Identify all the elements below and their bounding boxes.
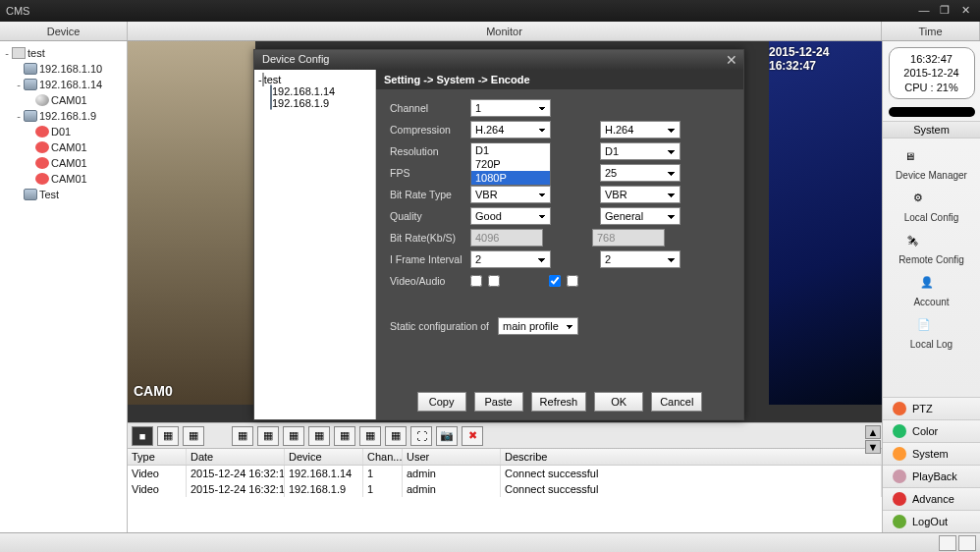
compression-main-select[interactable]: H.264 bbox=[470, 121, 551, 138]
tree-node[interactable]: CAM01 bbox=[2, 92, 125, 108]
tree-node[interactable]: -192.168.1.14 bbox=[2, 77, 125, 92]
static-profile-select[interactable]: main profile bbox=[498, 317, 578, 335]
label-quality: Quality bbox=[390, 210, 470, 222]
menu-ptz[interactable]: PTZ bbox=[883, 397, 980, 419]
layout-4-button[interactable]: ▦ bbox=[232, 426, 253, 446]
minimize-button[interactable]: — bbox=[915, 4, 933, 18]
col-describe[interactable]: Describe bbox=[501, 449, 882, 465]
tree-node[interactable]: -192.168.1.9 bbox=[2, 108, 125, 124]
quality-sub-select[interactable]: General bbox=[600, 207, 681, 225]
arrow-down-icon[interactable]: ▼ bbox=[865, 440, 881, 454]
refresh-button[interactable]: Refresh bbox=[531, 392, 587, 412]
compression-sub-select[interactable]: H.264 bbox=[600, 121, 681, 138]
side-tool-local-config[interactable]: ⚙Local Config bbox=[904, 181, 959, 223]
log-row[interactable]: Video2015-12-24 16:32:10192.168.1.91admi… bbox=[128, 481, 882, 497]
dialog-tree-node[interactable]: 192.168.1.9 bbox=[258, 97, 371, 109]
fullscreen-button[interactable]: ⛶ bbox=[410, 426, 432, 446]
resolution-option[interactable]: D1 bbox=[471, 143, 550, 157]
dialog-device-tree[interactable]: -test192.168.1.14192.168.1.9 bbox=[254, 70, 376, 419]
copy-button[interactable]: Copy bbox=[417, 392, 466, 412]
layout-9-button[interactable]: ▦ bbox=[308, 426, 330, 446]
video-feed-1[interactable]: CAM0 bbox=[128, 41, 255, 405]
label-channel: Channel bbox=[390, 102, 470, 114]
menu-icon bbox=[893, 447, 906, 461]
log-row[interactable]: Video2015-12-24 16:32:12192.168.1.141adm… bbox=[128, 466, 882, 481]
side-tool-account[interactable]: 👤Account bbox=[913, 265, 949, 307]
tab-time[interactable]: Time bbox=[882, 22, 980, 40]
side-tool-icon: ⚙ bbox=[904, 187, 932, 210]
maximize-button[interactable]: ❐ bbox=[936, 4, 953, 18]
audio-main-checkbox[interactable] bbox=[488, 275, 500, 287]
menu-logout[interactable]: LogOut bbox=[883, 510, 980, 532]
tree-node[interactable]: CAM01 bbox=[2, 171, 125, 187]
side-tool-local-log[interactable]: 📄Local Log bbox=[910, 307, 953, 350]
paste-button[interactable]: Paste bbox=[474, 392, 523, 412]
menu-icon bbox=[893, 515, 906, 528]
bitratetype-main-select[interactable]: VBR bbox=[470, 186, 551, 203]
tree-node[interactable]: 192.168.1.10 bbox=[2, 61, 125, 77]
col-date[interactable]: Date bbox=[187, 449, 285, 465]
dialog-tree-node[interactable]: 192.168.1.14 bbox=[258, 85, 371, 97]
resolution-sub-select[interactable]: D1 bbox=[600, 142, 681, 160]
label-iframe: I Frame Interval bbox=[390, 253, 470, 265]
feed-camera-label: CAM0 bbox=[134, 383, 173, 399]
resolution-dropdown-list[interactable]: D1720P1080P bbox=[470, 142, 551, 186]
side-tool-device-manager[interactable]: 🖥Device Manager bbox=[896, 138, 967, 181]
video-sub-checkbox[interactable] bbox=[549, 275, 561, 287]
scroll-arrows[interactable]: ▲ ▼ bbox=[864, 424, 882, 455]
tree-node[interactable]: CAM01 bbox=[2, 139, 125, 155]
search-icon[interactable] bbox=[939, 535, 956, 551]
video-feed-2[interactable]: 2015-12-24 16:32:47 bbox=[769, 41, 882, 405]
fps-sub-select[interactable]: 25 bbox=[600, 164, 681, 182]
label-bitrate-type: Bit Rate Type bbox=[390, 189, 470, 200]
right-panel: 16:32:47 2015-12-24 CPU : 21% System 🖥De… bbox=[882, 41, 980, 532]
device-tree[interactable]: -test192.168.1.10-192.168.1.14CAM01-192.… bbox=[0, 41, 128, 532]
dialog-close-icon[interactable]: ✕ bbox=[726, 52, 737, 68]
dialog-title-bar[interactable]: Device Config ✕ bbox=[254, 50, 743, 70]
tree-node[interactable]: -test bbox=[2, 45, 125, 61]
layout-25-button[interactable]: ▦ bbox=[359, 426, 381, 446]
col-type[interactable]: Type bbox=[128, 449, 187, 465]
status-bar bbox=[0, 532, 980, 552]
menu-icon bbox=[893, 424, 906, 438]
system-header: System bbox=[883, 121, 980, 138]
close-button[interactable]: ✕ bbox=[956, 4, 974, 18]
tree-node[interactable]: Test bbox=[2, 187, 125, 202]
layout-36-button[interactable]: ▦ bbox=[385, 426, 407, 446]
video-main-checkbox[interactable] bbox=[470, 275, 482, 287]
menu-advance[interactable]: Advance bbox=[883, 487, 980, 510]
side-tool-remote-config[interactable]: 🛰Remote Config bbox=[898, 223, 964, 265]
cancel-button[interactable]: Cancel bbox=[651, 392, 702, 412]
tree-node[interactable]: CAM01 bbox=[2, 155, 125, 171]
layout-3x3-button[interactable]: ▦ bbox=[183, 426, 204, 446]
col-channel[interactable]: Chan... bbox=[363, 449, 403, 465]
layout-16-button[interactable]: ▦ bbox=[334, 426, 355, 446]
menu-color[interactable]: Color bbox=[883, 419, 980, 442]
col-device[interactable]: Device bbox=[285, 449, 363, 465]
resolution-option[interactable]: 1080P bbox=[471, 171, 550, 185]
ok-button[interactable]: OK bbox=[594, 392, 643, 412]
layout-8-button[interactable]: ▦ bbox=[283, 426, 304, 446]
resolution-option[interactable]: 720P bbox=[471, 157, 550, 171]
snapshot-button[interactable]: 📷 bbox=[436, 426, 458, 446]
refresh-icon[interactable] bbox=[958, 535, 976, 551]
layout-6-button[interactable]: ▦ bbox=[257, 426, 279, 446]
tree-node[interactable]: D01 bbox=[2, 124, 125, 139]
menu-system[interactable]: System bbox=[883, 442, 980, 465]
dialog-tree-node[interactable]: -test bbox=[258, 74, 371, 85]
quality-main-select[interactable]: Good bbox=[470, 207, 551, 225]
arrow-up-icon[interactable]: ▲ bbox=[865, 425, 881, 439]
iframe-main-select[interactable]: 2 bbox=[470, 250, 551, 268]
label-fps: FPS bbox=[390, 167, 470, 179]
layout-2x2-button[interactable]: ▦ bbox=[157, 426, 179, 446]
tab-monitor[interactable]: Monitor bbox=[128, 22, 882, 40]
close-all-button[interactable]: ✖ bbox=[462, 426, 483, 446]
tab-device[interactable]: Device bbox=[0, 22, 128, 40]
menu-playback[interactable]: PlayBack bbox=[883, 465, 980, 487]
col-user[interactable]: User bbox=[403, 449, 501, 465]
iframe-sub-select[interactable]: 2 bbox=[600, 250, 681, 268]
bitratetype-sub-select[interactable]: VBR bbox=[600, 186, 681, 203]
layout-1x1-button[interactable]: ■ bbox=[132, 426, 153, 446]
channel-select[interactable]: 1 bbox=[470, 99, 551, 117]
audio-sub-checkbox[interactable] bbox=[567, 275, 578, 287]
